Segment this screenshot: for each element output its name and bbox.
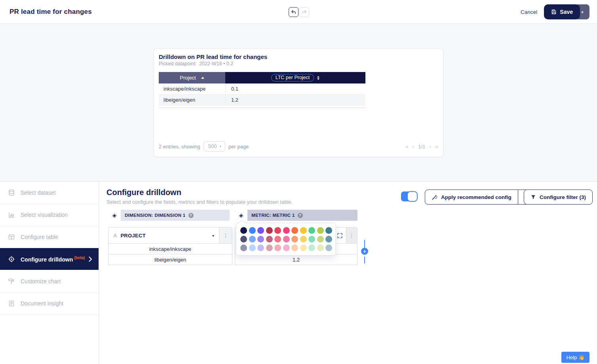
color-palette-popup: [236, 223, 336, 256]
sidebar-item-label: Document insight: [21, 300, 63, 307]
metric-diamond-icon: ◈: [235, 210, 247, 221]
color-swatch-1-1[interactable]: [249, 236, 256, 243]
chevron-right-icon: [89, 256, 92, 262]
picked-datapoint-label: Picked datapoint:: [159, 61, 197, 66]
color-swatch-0-2[interactable]: [257, 227, 264, 234]
chevron-down-icon: ▾: [581, 10, 583, 14]
page-size-select[interactable]: 500 ▾: [203, 141, 225, 152]
color-swatch-2-6[interactable]: [291, 245, 298, 251]
color-swatch-1-10[interactable]: [325, 236, 332, 243]
color-swatch-1-0[interactable]: [240, 236, 247, 243]
popup-pointer: [239, 220, 245, 226]
color-swatch-2-4[interactable]: [274, 245, 281, 251]
sidebar-item-label: Configure table: [21, 234, 58, 240]
color-swatch-0-10[interactable]: [325, 227, 332, 234]
color-swatch-2-10[interactable]: [325, 245, 332, 251]
target-icon: [8, 256, 15, 263]
text-type-icon: A: [113, 233, 117, 239]
color-swatch-1-2[interactable]: [257, 236, 264, 243]
help-button[interactable]: Help 👋: [561, 352, 589, 363]
color-swatch-0-4[interactable]: [274, 227, 281, 234]
bar-chart-icon: [8, 211, 15, 218]
color-swatch-0-9[interactable]: [317, 227, 324, 234]
filter-icon: [530, 194, 536, 200]
drilldown-enabled-toggle[interactable]: [401, 191, 418, 202]
metric-kebab-menu[interactable]: ⋮: [346, 228, 357, 243]
color-swatch-2-7[interactable]: [300, 245, 307, 251]
page-indicator: 1/1: [418, 144, 425, 150]
last-page-button[interactable]: »: [435, 143, 438, 150]
add-column-button[interactable]: +: [361, 248, 368, 255]
previous-page-button[interactable]: ‹: [413, 143, 414, 150]
color-palette-grid: [240, 227, 331, 251]
next-page-button[interactable]: ›: [430, 143, 432, 150]
metric-chip[interactable]: ◈ METRIC: METRIC 1 ?: [235, 210, 357, 221]
dimension-chip[interactable]: ◈ DIMENSION: DIMENSION 1 ?: [108, 210, 230, 221]
project-cell: inkscape/inkscape: [159, 83, 225, 94]
redo-button[interactable]: [299, 7, 309, 17]
pagination-left: 2 entries, showing 500 ▾ per page: [159, 141, 249, 152]
color-swatch-0-3[interactable]: [266, 227, 273, 234]
color-swatch-2-3[interactable]: [266, 245, 273, 251]
color-swatch-0-1[interactable]: [249, 227, 256, 234]
table-row: inkscape/inkscape 0.1: [159, 83, 365, 95]
color-swatch-0-7[interactable]: [300, 227, 307, 234]
color-swatch-1-8[interactable]: [308, 236, 315, 243]
sidebar-item-label: Select dataset: [21, 190, 56, 196]
cancel-button[interactable]: Cancel: [521, 9, 537, 15]
page-title: PR lead time for changes: [10, 8, 92, 16]
project-dimension-field[interactable]: A PROJECT ▾ ⋮: [108, 227, 232, 244]
save-button[interactable]: Save: [544, 4, 580, 19]
project-cell: libeigen/eigen: [159, 95, 225, 105]
color-swatch-1-3[interactable]: [266, 236, 273, 243]
project-field-label: PROJECT: [120, 233, 212, 239]
sidebar-item-configure-drilldown[interactable]: Configure drilldown(beta): [0, 248, 99, 270]
help-icon[interactable]: ?: [188, 213, 194, 218]
color-swatch-2-9[interactable]: [317, 245, 324, 251]
color-swatch-1-6[interactable]: [291, 236, 298, 243]
sidebar-item-select-visualization[interactable]: Select visualization: [0, 204, 99, 226]
color-swatch-2-1[interactable]: [249, 245, 256, 251]
column-header-project[interactable]: Project: [159, 72, 225, 83]
color-swatch-0-6[interactable]: [291, 227, 298, 234]
sidebar-item-customize-chart[interactable]: Customize chart: [0, 270, 99, 292]
color-swatch-1-7[interactable]: [300, 236, 307, 243]
apply-recommended-config-button[interactable]: Apply recommended config: [425, 190, 518, 205]
undo-button[interactable]: [289, 7, 298, 17]
dimension-preview-row: libeigen/eigen: [108, 254, 232, 265]
add-column-line: [364, 256, 365, 264]
color-swatch-0-5[interactable]: [283, 227, 290, 234]
sort-icon[interactable]: [317, 76, 319, 80]
color-swatch-2-0[interactable]: [240, 245, 247, 251]
color-swatch-1-5[interactable]: [283, 236, 290, 243]
color-swatch-2-5[interactable]: [283, 245, 290, 251]
color-swatch-2-2[interactable]: [257, 245, 264, 251]
first-page-button[interactable]: «: [405, 143, 409, 150]
per-page-text: per page: [228, 144, 249, 150]
color-swatch-1-9[interactable]: [317, 236, 324, 243]
metric-preview-row: 1.2: [235, 254, 357, 265]
top-bar: PR lead time for changes Cancel Save: [0, 0, 597, 24]
pagination-bar: 2 entries, showing 500 ▾ per page « ‹ 1/…: [159, 141, 438, 152]
table-icon: [8, 233, 15, 241]
picked-datapoint: Picked datapoint:2022-W18 • 0.2: [159, 61, 233, 66]
dimension-kebab-menu[interactable]: ⋮: [219, 228, 232, 243]
sort-ascending-icon: [201, 77, 204, 79]
value-cell: 0.1: [225, 83, 365, 94]
metric-header-pill[interactable]: LTC per Project: [271, 74, 314, 82]
configure-filter-button[interactable]: Configure filter (3): [524, 190, 593, 205]
value-cell: 1.2: [225, 95, 365, 105]
sidebar-item-select-dataset[interactable]: Select dataset: [0, 182, 99, 204]
sidebar-item-document-insight[interactable]: Document insight: [0, 292, 99, 315]
color-swatch-0-8[interactable]: [308, 227, 315, 234]
redo-icon: [301, 9, 307, 15]
project-header-label: Project: [180, 75, 196, 81]
color-swatch-0-0[interactable]: [240, 227, 247, 234]
help-icon[interactable]: ?: [298, 213, 303, 218]
sidebar-item-label: Configure drilldown(beta): [21, 256, 85, 263]
color-swatch-2-8[interactable]: [308, 245, 315, 251]
column-header-metric[interactable]: LTC per Project: [225, 72, 365, 83]
paint-roller-icon: [8, 278, 15, 285]
sidebar-item-configure-table[interactable]: Configure table: [0, 226, 99, 248]
color-swatch-1-4[interactable]: [274, 236, 281, 243]
